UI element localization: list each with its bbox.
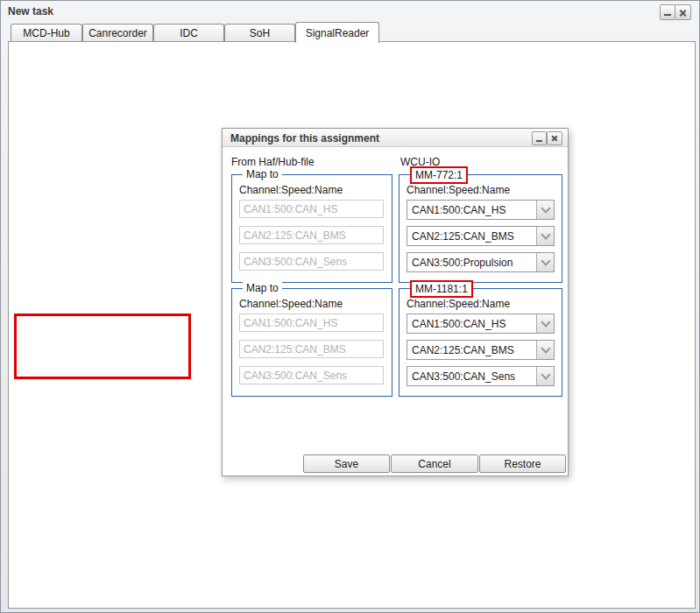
close-icon [551,135,558,142]
target-772-can2-select[interactable]: CAN2:125:CAN_BMS [407,226,555,246]
map-to-legend-1: Map to [243,168,282,180]
map-to-fieldset-2: Map to Channel:Speed:Name [231,288,392,397]
tab-soh[interactable]: SoH [224,24,295,42]
map-to-legend-2: Map to [243,282,282,294]
dialog-cancel-button[interactable]: Cancel [391,454,478,473]
channel-speed-name-label: Channel:Speed:Name [239,184,343,196]
wcu-1181-fieldset: MM-1181:1 Channel:Speed:Name CAN1:500:CA… [399,288,562,397]
close-button[interactable] [675,4,691,20]
source-can3-input [239,252,384,271]
target-1181-can1-select[interactable]: CAN1:500:CAN_HS [407,314,555,334]
save-button[interactable]: Save [303,454,390,473]
target-1181-can2-select[interactable]: CAN2:125:CAN_BMS [407,340,555,360]
chevron-down-icon[interactable] [536,253,554,271]
dialog-minimize-button[interactable] [532,131,547,145]
minimize-button[interactable] [660,4,675,20]
wcu-1181-legend: MM-1181:1 [410,280,473,298]
close-icon [679,9,687,17]
source-can3-input [239,366,384,384]
from-haf-header: From Haf/Hub-file [231,156,315,168]
tab-signalreader[interactable]: SignalReader [295,22,379,43]
chevron-down-icon[interactable] [536,367,554,385]
dialog-close-button[interactable] [547,131,562,145]
channel-speed-name-label: Channel:Speed:Name [407,184,510,196]
minimize-icon [664,14,671,16]
new-task-window: New task MCD-Hub Canrecorder IDC SoH Sig… [0,0,700,613]
chevron-down-icon[interactable] [536,201,554,219]
channel-speed-name-label: Channel:Speed:Name [407,298,510,310]
chevron-down-icon[interactable] [536,341,554,359]
tab-mcd-hub[interactable]: MCD-Hub [11,24,82,42]
map-to-fieldset-1: Map to Channel:Speed:Name [231,174,392,283]
mappings-dialog-title: Mappings for this assignment [223,129,568,147]
source-can1-input [239,314,384,332]
chevron-down-icon[interactable] [536,227,554,245]
source-can2-input [239,226,384,244]
tab-canrecorder[interactable]: Canrecorder [82,24,153,42]
minimize-icon [536,140,542,142]
source-can1-input [239,200,384,218]
target-772-can1-select[interactable]: CAN1:500:CAN_HS [407,200,555,220]
tab-idc[interactable]: IDC [153,24,224,42]
channel-speed-name-label: Channel:Speed:Name [239,298,343,310]
target-772-can3-select[interactable]: CAN3:500:Propulsion [407,252,555,272]
mappings-dialog: Mappings for this assignment From Haf/Hu… [222,128,569,476]
restore-button[interactable]: Restore [479,454,566,473]
target-1181-can3-select[interactable]: CAN3:500:CAN_Sens [407,366,555,386]
wcu-772-fieldset: MM-772:1 Channel:Speed:Name CAN1:500:CAN… [399,174,562,283]
window-title: New task [8,5,53,18]
source-can2-input [239,340,384,358]
wcu-772-legend: MM-772:1 [410,166,468,184]
chevron-down-icon[interactable] [536,314,554,333]
